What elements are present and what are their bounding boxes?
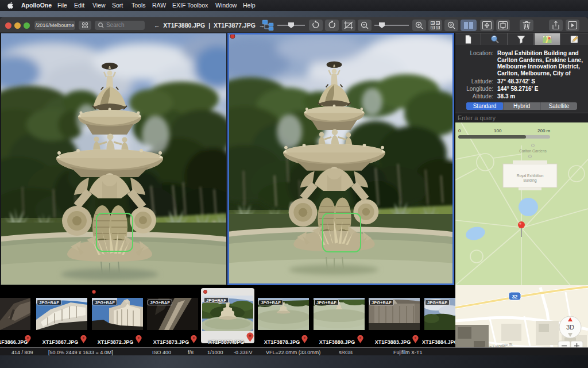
svg-text:32: 32: [512, 294, 518, 300]
svg-text:RA: RA: [432, 22, 435, 25]
svg-text:0: 0: [458, 128, 461, 133]
svg-text:100: 100: [494, 128, 502, 133]
svg-text:W: W: [432, 26, 434, 29]
svg-text:W: W: [437, 26, 439, 29]
svg-text:3D: 3D: [566, 324, 574, 331]
svg-text:RA: RA: [437, 22, 440, 25]
svg-text:Royal Exhibition: Royal Exhibition: [517, 174, 544, 178]
svg-text:Carlton Gardens: Carlton Gardens: [519, 149, 547, 153]
svg-text:Building: Building: [523, 178, 537, 183]
svg-text:200 m: 200 m: [537, 128, 551, 133]
